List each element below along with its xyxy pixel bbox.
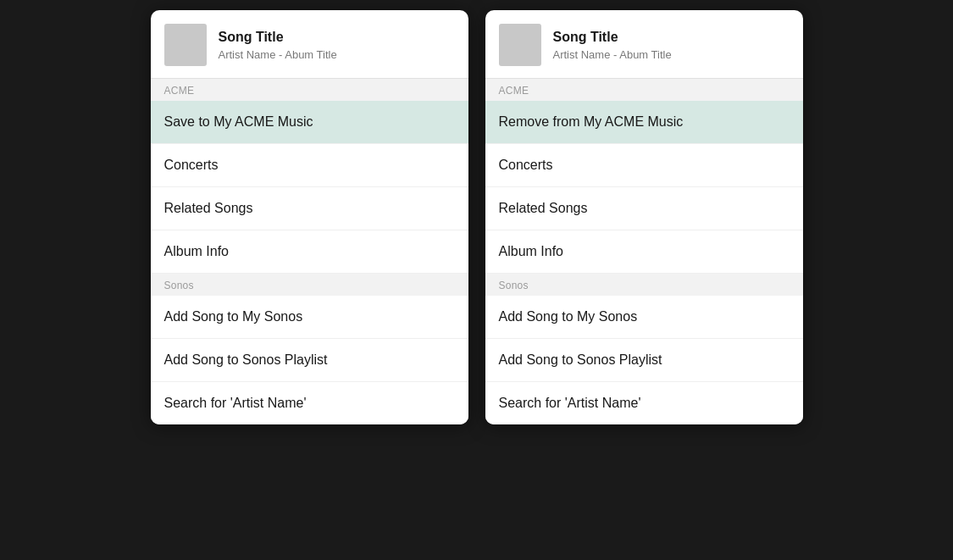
add-song-sonos-playlist-item-2[interactable]: Add Song to Sonos Playlist xyxy=(485,339,803,382)
song-title-2: Song Title xyxy=(553,29,672,47)
panel-2: Song Title Artist Name - Abum Title ACME… xyxy=(485,10,803,424)
section-header-acme-1: ACME xyxy=(151,79,468,101)
song-subtitle-1: Artist Name - Abum Title xyxy=(219,48,337,61)
album-info-item-2[interactable]: Album Info xyxy=(485,230,803,274)
song-info-2: Song Title Artist Name - Abum Title xyxy=(553,29,672,61)
add-song-sonos-playlist-item-1[interactable]: Add Song to Sonos Playlist xyxy=(151,339,468,382)
concerts-item-1[interactable]: Concerts xyxy=(151,144,468,187)
remove-from-acme-button[interactable]: Remove from My ACME Music xyxy=(485,101,803,144)
add-song-sonos-item-2[interactable]: Add Song to My Sonos xyxy=(485,296,803,339)
song-info-1: Song Title Artist Name - Abum Title xyxy=(219,29,337,61)
related-songs-item-1[interactable]: Related Songs xyxy=(151,187,468,230)
panels-container: Song Title Artist Name - Abum Title ACME… xyxy=(0,0,953,435)
save-to-acme-button[interactable]: Save to My ACME Music xyxy=(151,101,468,144)
section-header-sonos-1: Sonos xyxy=(151,274,468,296)
search-artist-item-1[interactable]: Search for 'Artist Name' xyxy=(151,382,468,424)
song-title-1: Song Title xyxy=(219,29,337,47)
section-header-sonos-2: Sonos xyxy=(485,274,803,296)
add-song-sonos-item-1[interactable]: Add Song to My Sonos xyxy=(151,296,468,339)
album-info-item-1[interactable]: Album Info xyxy=(151,230,468,274)
song-thumbnail-2 xyxy=(499,24,541,66)
section-header-acme-2: ACME xyxy=(485,79,803,101)
song-thumbnail-1 xyxy=(164,24,207,66)
related-songs-item-2[interactable]: Related Songs xyxy=(485,187,803,230)
song-subtitle-2: Artist Name - Abum Title xyxy=(553,48,672,61)
panel-1: Song Title Artist Name - Abum Title ACME… xyxy=(151,10,468,424)
concerts-item-2[interactable]: Concerts xyxy=(485,144,803,187)
search-artist-item-2[interactable]: Search for 'Artist Name' xyxy=(485,382,803,424)
song-header-2: Song Title Artist Name - Abum Title xyxy=(485,10,803,79)
song-header-1: Song Title Artist Name - Abum Title xyxy=(151,10,468,79)
